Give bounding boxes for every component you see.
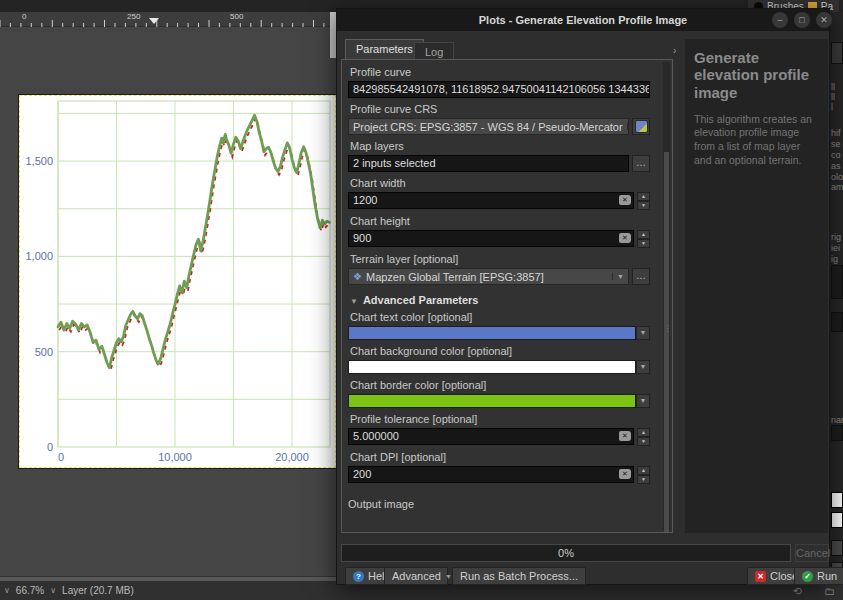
dock-text-fragment: hif — [831, 128, 841, 138]
chart-dpi-stepper[interactable]: ▲▼ — [637, 466, 650, 484]
dock-text-fragment: olo — [831, 172, 843, 182]
chevron-down-icon[interactable]: ▼ — [636, 326, 650, 340]
chart-height-input[interactable]: 900 — [348, 230, 634, 247]
scrollbar-thumb[interactable] — [664, 152, 669, 533]
ruler-pointer-icon — [149, 18, 159, 24]
panel-collapse-icon[interactable]: › — [673, 45, 676, 56]
dock-widget — [831, 312, 843, 332]
chevron-down-icon[interactable]: ▼ — [636, 394, 650, 408]
map-layers-label: Map layers — [350, 140, 650, 152]
dock-text-fragment: se — [831, 139, 841, 149]
spin-up-icon[interactable]: ▲ — [637, 428, 650, 437]
advanced-parameters-label: Advanced Parameters — [363, 294, 479, 306]
tab-log[interactable]: Log — [414, 42, 454, 60]
spin-up-icon[interactable]: ▲ — [637, 192, 650, 201]
minimize-button[interactable]: – — [772, 12, 788, 28]
dock-widget — [831, 42, 843, 64]
output-image-label: Output image — [348, 498, 650, 510]
dock-text-fragment: as — [831, 161, 841, 171]
chart-width-input[interactable]: 1200 — [348, 192, 634, 209]
chart-dpi-input[interactable]: 200 — [348, 466, 634, 483]
profile-tolerance-input[interactable]: 5.000000 — [348, 428, 634, 445]
zoom-level[interactable]: 66.7% — [16, 585, 44, 596]
crs-selected-value: Project CRS: EPSG:3857 - WGS 84 / Pseudo… — [353, 121, 623, 133]
profile-tolerance-stepper[interactable]: ▲▼ — [637, 428, 650, 446]
profile-curve-crs-select[interactable]: Project CRS: EPSG:3857 - WGS 84 / Pseudo… — [348, 118, 629, 135]
clear-icon[interactable]: ✕ — [619, 195, 631, 205]
chart-height-stepper[interactable]: ▲▼ — [637, 230, 650, 248]
dock-text-fragment: ll — [831, 82, 835, 92]
run-button[interactable]: ✓ Run — [794, 567, 843, 585]
image-file-icon[interactable]: 🗀 — [824, 585, 835, 598]
batch-button-label: Run as Batch Process... — [460, 570, 578, 582]
color-swatch[interactable] — [831, 492, 843, 508]
spin-up-icon[interactable]: ▲ — [637, 230, 650, 239]
elevation-profile-chart: 05001,0001,500010,00020,000 — [20, 96, 335, 467]
color-swatch[interactable] — [348, 326, 636, 340]
clear-icon[interactable]: ✕ — [619, 233, 631, 243]
chevron-down-icon[interactable]: ∨ — [50, 586, 56, 595]
map-layers-input[interactable]: 2 inputs selected — [348, 155, 629, 172]
tab-parameters[interactable]: Parameters — [345, 39, 424, 60]
color-swatch[interactable] — [348, 394, 636, 408]
dock-button[interactable] — [831, 540, 843, 556]
chart-border-color-picker[interactable]: ▼ — [348, 394, 650, 408]
statusbar-icons: ⟲ 🗀 — [793, 585, 835, 598]
raster-layer-icon: ❖ — [353, 271, 362, 282]
dialog-titlebar[interactable]: Plots - Generate Elevation Profile Image — [337, 9, 829, 31]
dock-text-fragment: l — [831, 102, 833, 112]
svg-text:1,000: 1,000 — [25, 250, 53, 262]
profile-curve-label: Profile curve — [350, 66, 650, 78]
elevation-profile-canvas-image[interactable]: 05001,0001,500010,00020,000 — [19, 95, 336, 468]
crs-globe-icon — [635, 120, 648, 133]
maximize-button[interactable]: □ — [794, 12, 810, 28]
select-crs-button[interactable] — [632, 118, 650, 135]
cancel-button[interactable]: Cancel — [795, 544, 829, 562]
run-as-batch-button[interactable]: Run as Batch Process... — [452, 567, 586, 585]
clear-icon[interactable]: ✕ — [619, 431, 631, 441]
svg-text:20,000: 20,000 — [275, 451, 309, 463]
terrain-layer-browse-button[interactable]: … — [632, 268, 650, 285]
chevron-down-icon[interactable]: ∨ — [4, 586, 10, 595]
dock-text-fragment: rig — [831, 232, 841, 242]
svg-text:0: 0 — [58, 451, 64, 463]
window-close-button[interactable]: ✕ — [816, 12, 832, 28]
parameters-panel: Profile curve 842985542491078, 11618952.… — [341, 59, 673, 533]
clear-icon[interactable]: ✕ — [619, 469, 631, 479]
chart-dpi-label: Chart DPI [optional] — [350, 451, 650, 463]
dock-text-fragment: ll — [831, 92, 835, 102]
terrain-layer-select[interactable]: ❖ Mapzen Global Terrain [EPSG:3857] ▼ — [348, 268, 629, 285]
chart-background-color-picker[interactable]: ▼ — [348, 360, 650, 374]
parameters-scrollbar[interactable] — [663, 62, 670, 530]
spin-up-icon[interactable]: ▲ — [637, 466, 650, 475]
svg-text:0: 0 — [47, 441, 53, 453]
profile-curve-input[interactable]: 842985542491078, 11618952.94750041142106… — [348, 81, 650, 98]
chart-background-color-label: Chart background color [optional] — [350, 345, 650, 357]
color-swatch[interactable] — [831, 512, 843, 528]
chart-text-color-picker[interactable]: ▼ — [348, 326, 650, 340]
spin-down-icon[interactable]: ▼ — [637, 201, 650, 210]
spin-down-icon[interactable]: ▼ — [637, 239, 650, 248]
undo-history-icon[interactable]: ⟲ — [793, 585, 802, 598]
check-icon: ✓ — [802, 571, 813, 582]
layer-info: Layer (20.7 MB) — [62, 585, 134, 596]
dock-widget — [831, 425, 843, 441]
advanced-parameters-section[interactable]: ▼Advanced Parameters — [350, 294, 650, 306]
plots-dialog: Plots - Generate Elevation Profile Image… — [336, 8, 830, 585]
dialog-title: Plots - Generate Elevation Profile Image — [337, 14, 829, 26]
color-swatch[interactable] — [348, 360, 636, 374]
dock-text-fragment: ig — [831, 254, 838, 264]
chevron-down-icon[interactable]: ▼ — [636, 360, 650, 374]
help-icon: ? — [353, 571, 364, 582]
terrain-selected-value: Mapzen Global Terrain [EPSG:3857] — [366, 271, 544, 283]
svg-text:10,000: 10,000 — [158, 451, 192, 463]
chart-border-color-label: Chart border color [optional] — [350, 379, 650, 391]
terrain-layer-label: Terrain layer [optional] — [350, 253, 650, 265]
advanced-button[interactable]: Advanced ▼ — [384, 567, 448, 585]
spin-down-icon[interactable]: ▼ — [637, 475, 650, 484]
chart-width-stepper[interactable]: ▲▼ — [637, 192, 650, 210]
spin-down-icon[interactable]: ▼ — [637, 437, 650, 446]
chevron-down-icon: ▼ — [445, 573, 452, 580]
map-layers-browse-button[interactable]: … — [632, 155, 650, 172]
chart-text-color-label: Chart text color [optional] — [350, 311, 650, 323]
